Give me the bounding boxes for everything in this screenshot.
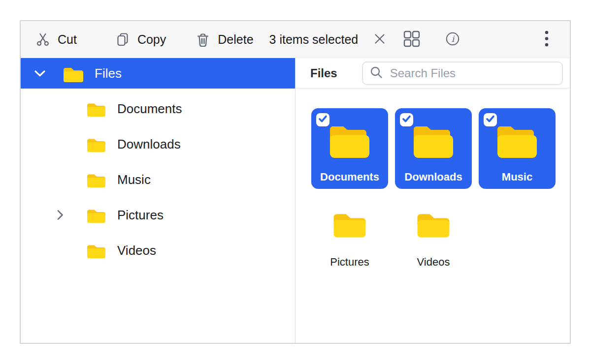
folder-tile[interactable]: Pictures xyxy=(311,200,388,280)
toolbar: Cut Copy Delet xyxy=(21,21,570,58)
selection-status: 3 items selected xyxy=(269,32,359,47)
folder-tile-label: Downloads xyxy=(395,171,472,183)
close-icon xyxy=(373,32,387,47)
copy-button[interactable]: Copy xyxy=(115,32,166,47)
page-title: Files xyxy=(310,66,337,80)
main-panel: Files xyxy=(296,58,570,343)
sidebar-item-label: Downloads xyxy=(117,137,181,152)
more-vertical-icon xyxy=(544,30,549,49)
trash-icon xyxy=(196,32,210,47)
search-input[interactable] xyxy=(389,66,556,81)
sidebar-item-label: Videos xyxy=(117,243,156,258)
sidebar-item-files-root[interactable]: Files xyxy=(21,58,295,89)
chevron-down-icon[interactable] xyxy=(34,70,46,77)
closed-folder-icon xyxy=(416,209,451,240)
svg-text:i: i xyxy=(452,34,455,44)
folder-tile-label: Documents xyxy=(311,171,388,183)
folder-icon xyxy=(86,207,106,223)
cut-label: Cut xyxy=(58,32,77,47)
copy-icon xyxy=(115,32,130,47)
info-button[interactable]: i xyxy=(446,32,460,47)
grid-view-button[interactable] xyxy=(403,30,420,49)
search-box[interactable] xyxy=(362,61,563,85)
clear-selection-button[interactable] xyxy=(373,32,387,47)
main-header: Files xyxy=(296,58,570,89)
chevron-right-icon[interactable] xyxy=(56,209,66,221)
folder-tile-selected[interactable]: Downloads xyxy=(395,108,472,189)
folder-tile-selected[interactable]: Documents xyxy=(311,108,388,189)
checkmark-icon xyxy=(485,114,495,126)
open-folder-icon xyxy=(327,122,372,161)
folder-icon xyxy=(86,100,106,117)
sidebar-item[interactable]: Videos xyxy=(21,233,295,268)
info-icon: i xyxy=(446,32,460,47)
delete-button[interactable]: Delete xyxy=(196,32,253,47)
sidebar-item[interactable]: Documents xyxy=(21,91,295,126)
more-options-button[interactable] xyxy=(544,30,549,49)
folder-icon xyxy=(63,64,84,83)
sidebar-item[interactable]: Pictures xyxy=(21,197,295,233)
delete-label: Delete xyxy=(218,32,253,47)
sidebar-item-label: Pictures xyxy=(117,208,164,223)
folder-tile-selected[interactable]: Music xyxy=(479,108,556,189)
folder-tile-label: Music xyxy=(479,171,556,183)
sidebar-item[interactable]: Music xyxy=(21,162,295,197)
folder-tile-label: Pictures xyxy=(330,256,369,269)
folder-grid: Documents xyxy=(296,89,570,280)
sidebar-item-label: Documents xyxy=(117,101,182,117)
closed-folder-icon xyxy=(332,209,367,240)
folder-icon xyxy=(86,242,106,259)
open-folder-icon xyxy=(411,122,456,161)
sidebar-item-label: Music xyxy=(117,172,151,187)
cut-button[interactable]: Cut xyxy=(35,32,77,47)
folder-tile[interactable]: Videos xyxy=(395,200,472,280)
folder-icon xyxy=(86,136,106,152)
folder-icon xyxy=(86,171,106,188)
sidebar-tree: Files xyxy=(21,58,296,343)
grid-view-icon xyxy=(403,30,420,49)
sidebar-children: Documents xyxy=(21,89,295,268)
sidebar-item[interactable]: Downloads xyxy=(21,126,295,162)
sidebar-root-label: Files xyxy=(95,66,122,81)
folder-tile-label: Videos xyxy=(417,256,450,269)
copy-label: Copy xyxy=(137,32,166,47)
content-area: Files xyxy=(21,58,570,343)
checkmark-icon xyxy=(318,114,328,126)
checkmark-icon xyxy=(401,114,412,126)
file-manager-window: Cut Copy Delet xyxy=(20,20,571,344)
search-icon xyxy=(369,65,383,81)
scissors-icon xyxy=(35,32,50,47)
open-folder-icon xyxy=(494,122,540,161)
